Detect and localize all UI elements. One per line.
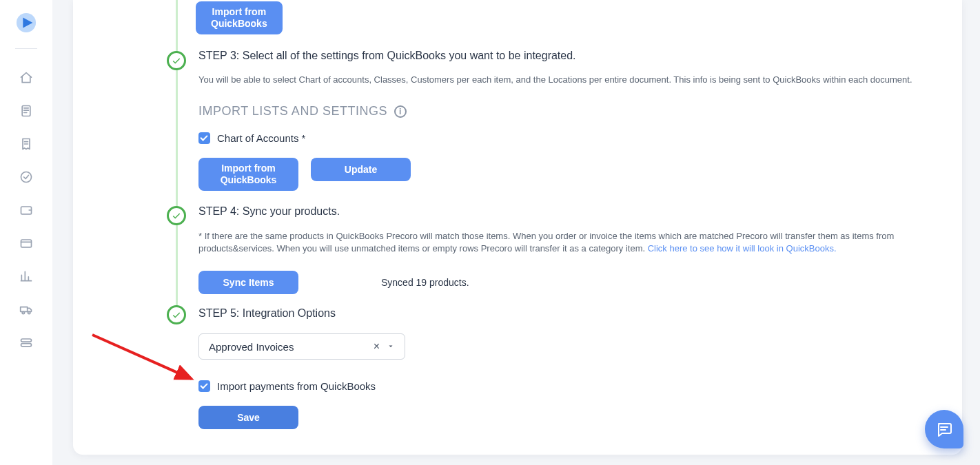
step4-desc: * If there are the same products in Quic… <box>198 230 943 254</box>
chart-of-accounts-label: Chart of Accounts * <box>217 132 305 144</box>
svg-rect-5 <box>21 307 28 312</box>
chevron-down-icon[interactable] <box>387 341 395 353</box>
step4: STEP 4: Sync your products. * If there a… <box>198 205 943 294</box>
step3: STEP 3: Select all of the settings from … <box>198 50 943 191</box>
info-icon[interactable]: i <box>394 105 407 118</box>
step5: STEP 5: Integration Options Approved Inv… <box>198 307 943 429</box>
svg-rect-9 <box>21 344 32 347</box>
receipt-icon[interactable] <box>18 136 34 152</box>
step5-badge <box>167 305 186 324</box>
synced-products-msg: Synced 19 products. <box>381 277 469 288</box>
app-logo <box>16 12 37 33</box>
card-icon[interactable] <box>18 235 34 251</box>
step4-desc-link[interactable]: Click here to see how it will look in Qu… <box>648 243 837 254</box>
import-payments-label: Import payments from QuickBooks <box>217 380 376 392</box>
update-button[interactable]: Update <box>311 158 411 181</box>
btn-label: Save <box>237 412 260 423</box>
toggle-icon[interactable] <box>18 334 34 351</box>
timeline-rail <box>176 0 178 324</box>
chat-button[interactable] <box>925 410 963 448</box>
import-from-quickbooks-button-1[interactable]: Import from QuickBooks <box>196 1 283 34</box>
btn-label: Update <box>345 164 377 175</box>
btn-label: Sync Items <box>223 277 274 288</box>
save-button[interactable]: Save <box>198 406 298 429</box>
chart-of-accounts-checkbox[interactable] <box>198 132 210 144</box>
import-payments-checkbox[interactable] <box>198 380 210 392</box>
step3-title: STEP 3: Select all of the settings from … <box>198 50 943 62</box>
integration-option-select[interactable]: Approved Invoices × <box>198 333 405 360</box>
chart-icon[interactable] <box>18 268 34 285</box>
svg-rect-8 <box>21 339 32 342</box>
btn-line1: Import from <box>221 163 276 174</box>
step3-badge <box>167 51 186 70</box>
step4-title: STEP 4: Sync your products. <box>198 205 943 218</box>
btn-line1: Import from <box>212 6 267 18</box>
sidebar <box>0 0 52 465</box>
truck-icon[interactable] <box>18 301 34 318</box>
btn-line2: QuickBooks <box>221 174 277 186</box>
import-from-quickbooks-button-2[interactable]: Import from QuickBooks <box>198 158 298 191</box>
document-icon[interactable] <box>18 103 34 119</box>
home-icon[interactable] <box>18 70 34 86</box>
integration-card: Import from QuickBooks STEP 3: Select al… <box>73 0 962 455</box>
sync-items-button[interactable]: Sync Items <box>198 271 298 294</box>
wallet-icon[interactable] <box>18 202 34 218</box>
step5-title: STEP 5: Integration Options <box>198 307 943 320</box>
step3-desc: You will be able to select Chart of acco… <box>198 74 943 85</box>
select-value: Approved Invoices <box>209 341 294 353</box>
svg-point-6 <box>22 311 24 313</box>
clear-select-icon[interactable]: × <box>374 340 380 353</box>
btn-line2: QuickBooks <box>211 18 267 30</box>
import-lists-heading: IMPORT LISTS AND SETTINGS i <box>198 104 943 118</box>
sidebar-divider <box>15 48 37 49</box>
svg-rect-4 <box>21 240 32 247</box>
chat-icon <box>936 421 952 437</box>
step4-badge <box>167 206 186 225</box>
heading-text: IMPORT LISTS AND SETTINGS <box>198 104 387 118</box>
svg-point-7 <box>28 311 30 313</box>
svg-point-2 <box>21 172 32 183</box>
check-circle-icon[interactable] <box>18 169 34 185</box>
